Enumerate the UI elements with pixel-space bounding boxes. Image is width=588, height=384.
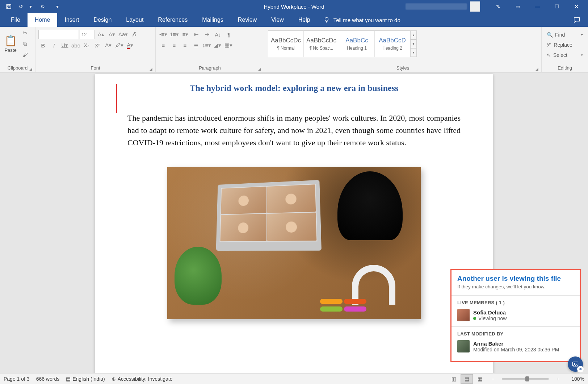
line-spacing-icon[interactable]: ↕≡▾ — [202, 41, 211, 50]
accessibility-indicator[interactable]: ⊕Accessibility: Investigate — [112, 376, 173, 382]
borders-icon[interactable]: ▦▾ — [224, 41, 233, 50]
group-font: A▴ A▾ Aa▾ A̸ B I U▾ abc X₂ X² A▾ 🖍▾ A▾ F… — [35, 27, 156, 72]
dialog-launcher-icon[interactable]: ◢ — [29, 67, 32, 71]
member-name: Anna Baker — [473, 341, 559, 347]
ink-icon[interactable]: ✎ — [490, 0, 507, 13]
show-marks-icon[interactable]: ¶ — [224, 30, 234, 39]
styles-gallery[interactable]: AaBbCcDc¶ Normal AaBbCcDc¶ No Spac... Aa… — [268, 30, 417, 57]
align-center-icon[interactable]: ≡ — [169, 41, 179, 50]
superscript-button[interactable]: X² — [93, 41, 102, 50]
font-size-combo[interactable] — [80, 30, 95, 39]
align-right-icon[interactable]: ≡ — [180, 41, 190, 50]
tab-review[interactable]: Review — [231, 13, 264, 27]
save-icon[interactable] — [5, 3, 12, 10]
select-button[interactable]: ↖Select▾ — [545, 51, 585, 59]
font-color-icon[interactable]: A▾ — [125, 41, 135, 50]
page-indicator[interactable]: Page 1 of 3 — [4, 376, 30, 382]
bullets-icon[interactable]: •≡▾ — [159, 30, 168, 39]
comments-button[interactable] — [566, 13, 588, 27]
modified-member-row[interactable]: Anna Baker Modified on March 09, 2023 05… — [457, 340, 574, 352]
book-icon: ▤ — [66, 376, 71, 382]
notification-subtext: If they make changes, we'll let you know… — [457, 284, 574, 289]
justify-icon[interactable]: ≣ — [191, 41, 201, 50]
bold-button[interactable]: B — [38, 41, 48, 50]
presence-fab[interactable]: 👁 — [568, 356, 583, 372]
scroll-up-icon[interactable]: ▲ — [410, 31, 417, 39]
shrink-font-icon[interactable]: A▾ — [107, 30, 117, 39]
dialog-launcher-icon[interactable]: ◢ — [150, 67, 152, 71]
align-left-icon[interactable]: ≡ — [159, 41, 168, 50]
print-layout-icon[interactable]: ▤ — [461, 374, 473, 384]
dialog-launcher-icon[interactable]: ◢ — [258, 67, 261, 71]
qat-customize-icon[interactable]: ▾ — [54, 3, 61, 10]
clipboard-icon: 📋 — [4, 35, 17, 47]
multilevel-icon[interactable]: ≡▾ — [181, 30, 190, 39]
tab-file[interactable]: File — [4, 13, 28, 27]
tab-mailings[interactable]: Mailings — [195, 13, 231, 27]
account-area[interactable] — [406, 1, 480, 12]
lightbulb-icon — [323, 17, 330, 23]
undo-icon[interactable]: ↺ — [17, 3, 25, 10]
grow-font-icon[interactable]: A▴ — [96, 30, 106, 39]
tab-layout[interactable]: Layout — [119, 13, 151, 27]
document-page: The hybrid work model: exploring a new e… — [95, 74, 493, 373]
zoom-level[interactable]: 100% — [565, 376, 584, 382]
tab-references[interactable]: References — [151, 13, 195, 27]
increase-indent-icon[interactable]: ⇥ — [202, 30, 212, 39]
document-image[interactable] — [167, 167, 421, 319]
decrease-indent-icon[interactable]: ⇤ — [192, 30, 201, 39]
minimize-button[interactable]: — — [529, 0, 546, 13]
svg-rect-0 — [7, 4, 11, 9]
cut-icon[interactable]: ✂ — [20, 28, 30, 38]
tell-me-label: Tell me what you want to do — [333, 17, 400, 23]
gallery-more-icon[interactable]: ▾ — [410, 48, 417, 57]
zoom-in-button[interactable]: + — [552, 374, 564, 384]
word-count[interactable]: 666 words — [36, 376, 60, 382]
redo-icon[interactable]: ↻ — [39, 3, 46, 10]
zoom-slider[interactable] — [502, 378, 549, 380]
web-layout-icon[interactable]: ▦ — [474, 374, 486, 384]
tell-me-search[interactable]: Tell me what you want to do — [318, 13, 400, 27]
format-painter-icon[interactable]: 🖌 — [20, 50, 30, 59]
dialog-launcher-icon[interactable]: ◢ — [536, 67, 538, 71]
gallery-scroll[interactable]: ▲▼▾ — [410, 31, 417, 57]
replace-button[interactable]: ᵃ⁄ᵇReplace — [545, 41, 585, 49]
sort-icon[interactable]: A↓ — [213, 30, 223, 39]
group-editing: 🔍Find▾ ᵃ⁄ᵇReplace ↖Select▾ Editing — [542, 27, 588, 72]
font-name-combo[interactable] — [38, 30, 78, 39]
tab-view[interactable]: View — [264, 13, 291, 27]
change-case-icon[interactable]: Aa▾ — [118, 30, 128, 39]
italic-button[interactable]: I — [49, 41, 59, 50]
clear-format-icon[interactable]: A̸ — [130, 30, 139, 39]
maximize-button[interactable]: ☐ — [548, 0, 566, 13]
style-heading2[interactable]: AaBbCcDHeading 2 — [375, 31, 410, 57]
tab-help[interactable]: Help — [291, 13, 318, 27]
scroll-down-icon[interactable]: ▼ — [410, 39, 417, 48]
underline-button[interactable]: U▾ — [60, 41, 70, 50]
copy-icon[interactable]: ⧉ — [20, 39, 30, 49]
ribbon-display-icon[interactable]: ▭ — [509, 0, 526, 13]
style-no-spacing[interactable]: AaBbCcDc¶ No Spac... — [304, 31, 339, 57]
slider-thumb[interactable] — [525, 376, 529, 381]
numbering-icon[interactable]: 1≡▾ — [169, 30, 179, 39]
shading-icon[interactable]: ◢▾ — [213, 41, 222, 50]
tab-home[interactable]: Home — [28, 13, 58, 27]
tab-insert[interactable]: Insert — [57, 13, 86, 27]
close-button[interactable]: ✕ — [568, 0, 585, 13]
style-heading1[interactable]: AaBbCcHeading 1 — [339, 31, 375, 57]
live-member-row[interactable]: Sofia Deluca Viewing now — [457, 309, 574, 321]
find-button[interactable]: 🔍Find▾ — [545, 30, 585, 39]
paste-button[interactable]: 📋 Paste — [2, 30, 19, 58]
text-effects-icon[interactable]: A▾ — [104, 41, 113, 50]
style-normal[interactable]: AaBbCcDc¶ Normal — [268, 31, 304, 57]
image-lamp — [337, 171, 403, 240]
tab-design[interactable]: Design — [86, 13, 119, 27]
undo-dropdown-icon[interactable]: ▾ — [27, 3, 34, 10]
read-mode-icon[interactable]: ▥ — [448, 374, 460, 384]
subscript-button[interactable]: X₂ — [82, 41, 91, 50]
ribbon-tabs: File Home Insert Design Layout Reference… — [0, 13, 588, 27]
highlight-icon[interactable]: 🖍▾ — [114, 41, 124, 50]
strike-button[interactable]: abc — [71, 41, 80, 50]
language-indicator[interactable]: ▤English (India) — [66, 376, 105, 382]
zoom-out-button[interactable]: − — [487, 374, 499, 384]
